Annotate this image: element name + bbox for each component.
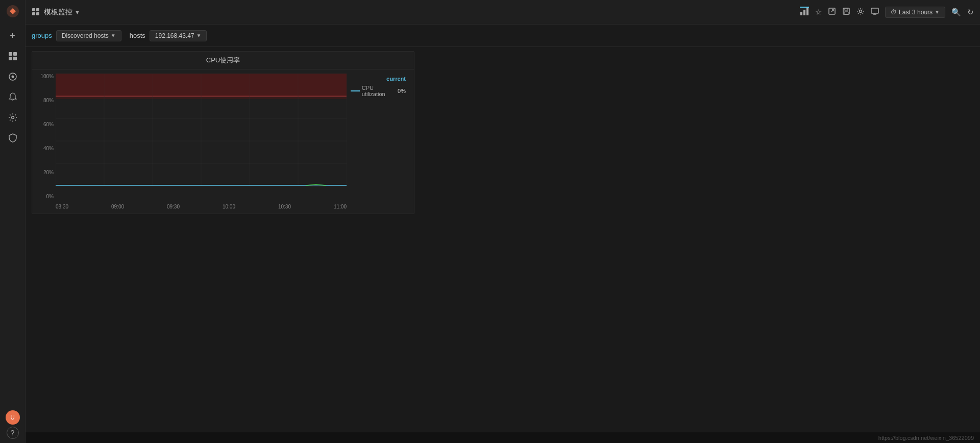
svg-point-6 (11, 76, 14, 78)
filterbar: groups Discovered hosts ▼ hosts 192.168.… (26, 25, 980, 47)
x-label-0900: 09:00 (111, 204, 124, 209)
chart-svg (56, 74, 347, 201)
sidebar-item-alerts[interactable] (3, 88, 23, 106)
y-label-20: 20% (43, 170, 54, 175)
topbar-title-text: 模板监控 (44, 8, 72, 17)
share-icon[interactable] (828, 7, 836, 17)
sidebar-item-explore[interactable] (3, 67, 23, 86)
sidebar-item-settings[interactable] (3, 108, 23, 127)
topbar-left: 模板监控 ▼ (32, 7, 80, 17)
svg-rect-4 (13, 57, 17, 60)
chart-body: 100% 80% 60% 40% 20% 0% (32, 69, 414, 214)
svg-rect-12 (800, 12, 802, 15)
time-range-label: Last 3 hours (899, 9, 933, 16)
svg-point-20 (860, 10, 862, 13)
x-label-0830: 08:30 (56, 204, 68, 209)
chart-title: CPU使用率 (32, 52, 414, 69)
graph-icon[interactable] (800, 7, 809, 17)
topbar-title-chevron[interactable]: ▼ (75, 9, 80, 15)
refresh-icon[interactable]: ↻ (967, 8, 974, 17)
legend-name-cpu: CPU utilization (362, 85, 395, 97)
discovered-hosts-chevron: ▼ (111, 33, 116, 38)
app-logo[interactable] (4, 2, 22, 20)
discovered-hosts-dropdown[interactable]: Discovered hosts ▼ (56, 30, 121, 41)
svg-rect-1 (9, 52, 12, 56)
chart-svg-wrapper: 08:30 09:00 09:30 10:00 10:30 11:00 (56, 74, 347, 209)
x-label-1000: 10:00 (223, 204, 235, 209)
svg-rect-21 (871, 8, 878, 13)
svg-point-7 (11, 116, 14, 119)
legend-item-left: CPU utilization (351, 85, 395, 97)
sidebar: + U ? (0, 0, 26, 443)
save-icon[interactable] (842, 7, 850, 17)
discovered-hosts-label: Discovered hosts (62, 32, 109, 39)
chart-legend: current CPU utilization 0% (347, 74, 410, 209)
legend-item-cpu: CPU utilization 0% (351, 85, 406, 97)
sidebar-item-dashboard[interactable] (3, 47, 23, 65)
dashboard-area: CPU使用率 100% 80% 60% 40% 20% 0% (26, 47, 980, 432)
legend-line-cpu (351, 90, 360, 91)
status-bar: https://blog.csdn.net/weixin_36522099 (26, 432, 980, 443)
sidebar-item-shield[interactable] (3, 129, 23, 147)
y-label-100: 100% (40, 74, 54, 79)
hosts-label: hosts (130, 32, 145, 39)
svg-rect-3 (9, 57, 12, 60)
time-range-button[interactable]: ⏱ Last 3 hours ▼ (885, 7, 945, 18)
groups-label: groups (32, 32, 52, 39)
sidebar-item-help[interactable]: ? (7, 427, 19, 439)
svg-rect-2 (13, 52, 17, 56)
x-label-1030: 10:30 (278, 204, 291, 209)
ip-dropdown[interactable]: 192.168.43.47 ▼ (150, 30, 207, 41)
x-label-1100: 11:00 (334, 204, 347, 209)
svg-rect-9 (36, 8, 39, 11)
svg-rect-10 (32, 12, 35, 15)
search-icon[interactable]: 🔍 (951, 8, 961, 17)
sidebar-bottom: U ? (6, 410, 20, 443)
sidebar-item-add[interactable]: + (3, 27, 23, 45)
chart-main: 100% 80% 60% 40% 20% 0% (36, 74, 347, 209)
sidebar-nav: + (0, 25, 25, 149)
svg-rect-39 (56, 74, 347, 96)
topbar-title: 模板监控 ▼ (44, 8, 80, 17)
svg-rect-8 (32, 8, 35, 11)
ip-value: 192.168.43.47 (155, 32, 194, 39)
status-url: https://blog.csdn.net/weixin_36522099 (878, 435, 974, 441)
x-label-0930: 09:30 (167, 204, 180, 209)
topbar-right: ☆ ⏱ Last 3 hours ▼ 🔍 ↻ (800, 7, 974, 18)
user-avatar[interactable]: U (6, 410, 20, 425)
time-range-chevron: ▼ (935, 9, 940, 15)
ip-chevron: ▼ (197, 33, 202, 38)
menu-icon[interactable] (32, 7, 40, 17)
topbar: 模板监控 ▼ ☆ ⏱ Last 3 hours (26, 0, 980, 25)
gear-icon[interactable] (856, 7, 865, 17)
svg-rect-11 (36, 12, 39, 15)
chart-panel: CPU使用率 100% 80% 60% 40% 20% 0% (32, 51, 414, 214)
y-label-80: 80% (43, 98, 54, 103)
svg-rect-13 (803, 10, 805, 15)
y-label-40: 40% (43, 146, 54, 151)
main-content: 模板监控 ▼ ☆ ⏱ Last 3 hours (26, 0, 980, 443)
y-label-0: 0% (46, 194, 54, 199)
y-label-60: 60% (43, 122, 54, 127)
legend-header: current (351, 76, 406, 82)
svg-rect-14 (806, 8, 808, 15)
star-icon[interactable]: ☆ (815, 8, 822, 17)
tv-icon[interactable] (871, 8, 879, 16)
legend-value-cpu: 0% (398, 88, 406, 94)
